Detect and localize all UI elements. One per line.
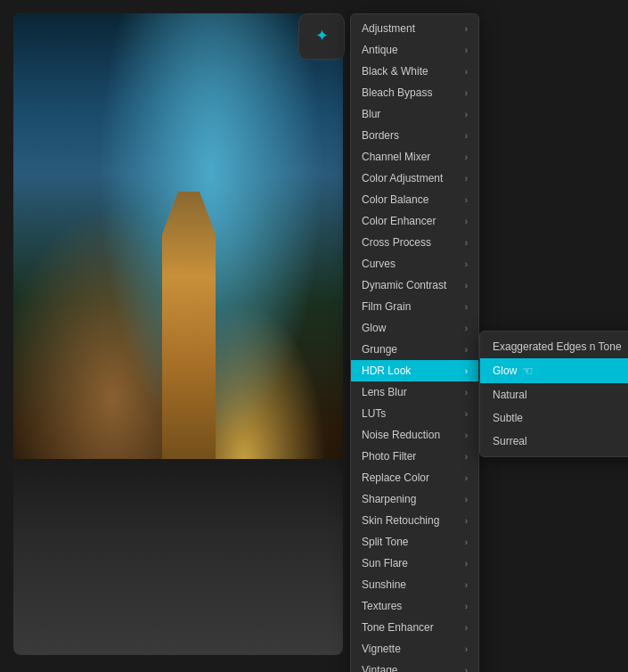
chevron-right-icon: ›	[465, 409, 468, 419]
menu-item-label: Sun Flare	[362, 557, 408, 570]
menu-item-hdr-look[interactable]: HDR Look›	[351, 360, 478, 381]
menu-item-sunshine[interactable]: Sunshine›	[351, 574, 478, 595]
menu-item-luts[interactable]: LUTs›	[351, 403, 478, 424]
menu-item-label: Vignette	[362, 643, 401, 655]
menu-item-vignette[interactable]: Vignette›	[351, 638, 478, 660]
chevron-right-icon: ›	[465, 559, 468, 569]
super-button[interactable]: ✦	[298, 13, 345, 60]
menu-item-sun-flare[interactable]: Sun Flare›	[351, 553, 478, 574]
chevron-right-icon: ›	[465, 45, 468, 55]
chevron-right-icon: ›	[465, 366, 468, 376]
chevron-right-icon: ›	[465, 281, 468, 291]
chevron-right-icon: ›	[465, 174, 468, 184]
menu-item-film-grain[interactable]: Film Grain›	[351, 296, 478, 317]
menu-item-label: Color Enhancer	[362, 215, 436, 227]
submenu-item-label: Exaggerated Edges n Tone	[493, 340, 622, 353]
chevron-right-icon: ›	[465, 152, 468, 162]
menu-item-label: Cross Process	[362, 236, 431, 249]
submenu-item-label: Subtle	[493, 412, 523, 424]
submenu-item-label: Surreal	[493, 435, 527, 447]
chevron-right-icon: ›	[465, 623, 468, 633]
submenu-item-glow[interactable]: Glow☜	[480, 358, 628, 383]
menu-item-label: Black & White	[362, 65, 428, 78]
menu-item-black-white[interactable]: Black & White›	[351, 61, 478, 82]
chevron-right-icon: ›	[465, 24, 468, 34]
chevron-right-icon: ›	[465, 110, 468, 119]
chevron-right-icon: ›	[465, 388, 468, 397]
submenu-item-label: Natural	[493, 389, 527, 401]
menu-item-label: Blur	[362, 108, 380, 120]
main-menu: Adjustment›Antique›Black & White›Bleach …	[350, 13, 479, 672]
menu-item-label: Antique	[362, 44, 398, 56]
menu-item-label: Dynamic Contrast	[362, 279, 446, 291]
chevron-right-icon: ›	[465, 238, 468, 248]
chevron-right-icon: ›	[465, 495, 468, 504]
submenu-item-label: Glow	[493, 365, 517, 377]
hdr-submenu: Exaggerated Edges n ToneGlow☜NaturalSubt…	[479, 331, 628, 457]
menu-item-label: Sharpening	[362, 493, 416, 505]
menu-item-label: Color Adjustment	[362, 172, 443, 184]
chevron-right-icon: ›	[465, 88, 468, 98]
chevron-right-icon: ›	[465, 473, 468, 483]
menu-item-textures[interactable]: Textures›	[351, 595, 478, 617]
menu-item-label: Film Grain	[362, 300, 411, 313]
chevron-right-icon: ›	[465, 537, 468, 547]
menu-item-split-tone[interactable]: Split Tone›	[351, 531, 478, 553]
menu-item-grunge[interactable]: Grunge›	[351, 339, 478, 360]
menu-item-channel-mixer[interactable]: Channel Mixer›	[351, 146, 478, 168]
chevron-right-icon: ›	[465, 452, 468, 462]
menu-item-color-balance[interactable]: Color Balance›	[351, 189, 478, 210]
menu-item-photo-filter[interactable]: Photo Filter›	[351, 446, 478, 467]
submenu-item-natural[interactable]: Natural	[480, 383, 628, 406]
photo-canvas	[13, 13, 343, 655]
menu-item-label: Curves	[362, 258, 396, 270]
menu-item-cross-process[interactable]: Cross Process›	[351, 232, 478, 253]
submenu-item-exaggerated[interactable]: Exaggerated Edges n Tone	[480, 335, 628, 358]
menu-item-blur[interactable]: Blur›	[351, 103, 478, 125]
menu-item-label: Textures	[362, 600, 402, 612]
chevron-right-icon: ›	[465, 666, 468, 673]
menu-item-label: Noise Reduction	[362, 429, 440, 441]
menu-item-skin-retouching[interactable]: Skin Retouching›	[351, 510, 478, 531]
menu-item-color-adjustment[interactable]: Color Adjustment›	[351, 168, 478, 189]
menu-item-borders[interactable]: Borders›	[351, 125, 478, 146]
menu-item-adjustment[interactable]: Adjustment›	[351, 18, 478, 39]
menu-item-replace-color[interactable]: Replace Color›	[351, 467, 478, 488]
menu-item-vintage[interactable]: Vintage›	[351, 660, 478, 672]
menu-item-label: HDR Look	[362, 365, 411, 377]
chevron-right-icon: ›	[465, 430, 468, 440]
menu-item-antique[interactable]: Antique›	[351, 39, 478, 61]
menu-item-label: Split Tone	[362, 536, 408, 548]
menu-item-dynamic-contrast[interactable]: Dynamic Contrast›	[351, 275, 478, 296]
street-area	[13, 459, 343, 655]
menu-item-glow[interactable]: Glow›	[351, 317, 478, 339]
chevron-right-icon: ›	[465, 580, 468, 590]
super-icon: ✦	[315, 26, 329, 45]
chevron-right-icon: ›	[465, 259, 468, 269]
menu-item-bleach-bypass[interactable]: Bleach Bypass›	[351, 82, 478, 103]
submenu-item-surreal[interactable]: Surreal	[480, 430, 628, 453]
chevron-right-icon: ›	[465, 67, 468, 77]
menu-item-sharpening[interactable]: Sharpening›	[351, 488, 478, 510]
chevron-right-icon: ›	[465, 324, 468, 333]
chevron-right-icon: ›	[465, 516, 468, 526]
menu-item-noise-reduction[interactable]: Noise Reduction›	[351, 424, 478, 446]
chevron-right-icon: ›	[465, 195, 468, 205]
photo-background	[13, 13, 343, 655]
cursor-icon: ☜	[522, 364, 534, 378]
menu-item-label: Grunge	[362, 343, 397, 356]
menu-item-label: Borders	[362, 129, 399, 142]
menu-item-label: Photo Filter	[362, 450, 416, 463]
menu-item-lens-blur[interactable]: Lens Blur›	[351, 381, 478, 403]
chevron-right-icon: ›	[465, 302, 468, 312]
chevron-right-icon: ›	[465, 644, 468, 654]
menu-item-label: Channel Mixer	[362, 151, 430, 163]
menu-item-color-enhancer[interactable]: Color Enhancer›	[351, 210, 478, 232]
chevron-right-icon: ›	[465, 345, 468, 355]
submenu-item-subtle[interactable]: Subtle	[480, 406, 628, 430]
menu-item-label: Vintage	[362, 664, 397, 672]
menu-item-curves[interactable]: Curves›	[351, 253, 478, 275]
menu-item-tone-enhancer[interactable]: Tone Enhancer›	[351, 617, 478, 638]
menu-item-label: Bleach Bypass	[362, 86, 432, 99]
menu-item-label: Color Balance	[362, 193, 428, 206]
